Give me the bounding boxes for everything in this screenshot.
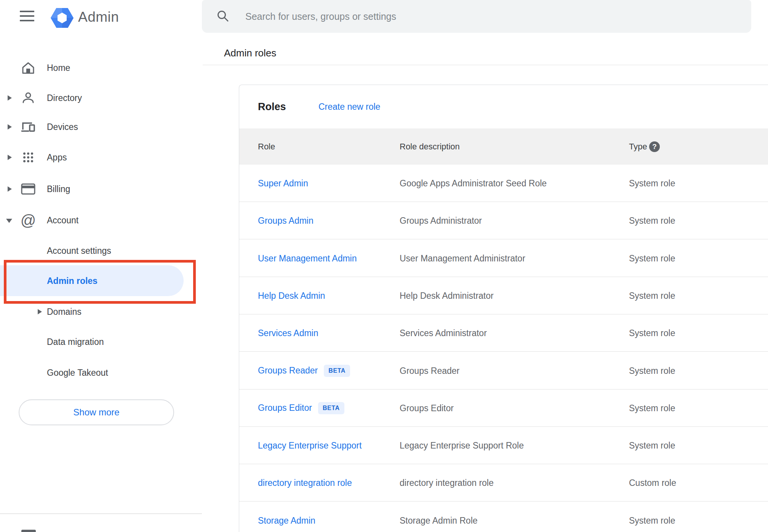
cell-role: Groups ReaderBETA xyxy=(258,365,350,377)
beta-badge: BETA xyxy=(318,402,344,414)
cell-role: User Management Admin xyxy=(258,253,357,263)
cell-role: Groups EditorBETA xyxy=(258,402,344,414)
cell-role-type: System role xyxy=(629,440,675,450)
search-icon xyxy=(216,10,229,22)
sidebar-item-label: Devices xyxy=(47,122,78,132)
cell-role-type: System role xyxy=(629,365,675,376)
role-link[interactable]: Help Desk Admin xyxy=(258,290,325,301)
apps-icon xyxy=(21,150,36,165)
role-link[interactable]: Groups Reader xyxy=(258,365,318,376)
search-input[interactable] xyxy=(245,0,718,33)
cell-role-description: Groups Editor xyxy=(400,403,454,413)
role-link[interactable]: User Management Admin xyxy=(258,253,357,263)
create-new-role-link[interactable]: Create new role xyxy=(318,102,380,112)
at-icon: @ xyxy=(21,213,36,228)
cell-role-type: Custom role xyxy=(629,478,676,488)
cell-role-type: System role xyxy=(629,328,675,338)
table-row: Legacy Enterprise SupportLegacy Enterpri… xyxy=(239,427,768,464)
sidebar-item-label: Directory xyxy=(47,93,82,103)
sidebar-subitem-google-takeout[interactable]: Google Takeout xyxy=(0,361,190,385)
cell-role-description: Services Administrator xyxy=(400,328,487,338)
cell-role: Super Admin xyxy=(258,178,308,188)
content-divider xyxy=(203,65,768,65)
admin-logo-icon xyxy=(51,7,74,29)
cell-role: Storage Admin xyxy=(258,515,315,526)
roles-card: Roles Create new role Role Role descript… xyxy=(239,85,768,532)
page-title: Admin roles xyxy=(224,47,276,59)
table-row: Groups ReaderBETAGroups ReaderSystem rol… xyxy=(239,352,768,389)
chevron-right-icon[interactable] xyxy=(8,155,12,160)
cell-role: Legacy Enterprise Support xyxy=(258,440,362,450)
cell-role-type: System role xyxy=(629,403,675,413)
sidebar-subitem-data-migration[interactable]: Data migration xyxy=(0,330,190,354)
sidebar-subitem-label: Google Takeout xyxy=(47,368,108,378)
table-row: Super AdminGoogle Apps Administrator See… xyxy=(239,165,768,202)
table-row: Groups EditorBETAGroups EditorSystem rol… xyxy=(239,389,768,427)
sidebar-item-label: Billing xyxy=(47,184,70,194)
sidebar-subitem-label: Admin roles xyxy=(47,276,98,286)
table-row: Storage AdminStorage Admin RoleSystem ro… xyxy=(239,502,768,532)
cell-role-description: Storage Admin Role xyxy=(400,515,478,526)
sidebar-item-home[interactable]: Home xyxy=(0,56,190,80)
sidebar-subitem-label: Domains xyxy=(47,307,82,317)
role-link[interactable]: Super Admin xyxy=(258,178,308,188)
chevron-right-icon[interactable] xyxy=(8,95,12,101)
cell-role-type: System role xyxy=(629,253,675,263)
cell-role-type: System role xyxy=(629,290,675,301)
table-row: User Management AdminUser Management Adm… xyxy=(239,240,768,277)
sidebar-subitem-label: Account settings xyxy=(47,246,111,256)
sidebar-item-label: Home xyxy=(47,63,70,73)
sidebar-item-devices[interactable]: Devices xyxy=(0,115,190,139)
cell-role-description: Google Apps Administrator Seed Role xyxy=(400,178,547,188)
cell-role: Help Desk Admin xyxy=(258,290,325,301)
sidebar-item-label: Account xyxy=(47,215,78,226)
building-icon-partial xyxy=(21,530,36,532)
card-icon xyxy=(21,181,36,197)
sidebar-item-label: Apps xyxy=(47,152,67,163)
cell-role-description: Help Desk Administrator xyxy=(400,290,494,301)
cell-role: Groups Admin xyxy=(258,215,314,226)
sidebar-item-directory[interactable]: Directory xyxy=(0,86,190,110)
cell-role-description: Groups Reader xyxy=(400,365,459,376)
table-row: directory integration roledirectory inte… xyxy=(239,464,768,502)
cell-role-description: Groups Administrator xyxy=(400,215,482,226)
sidebar-item-apps[interactable]: Apps xyxy=(0,146,190,169)
table-row: Groups AdminGroups AdministratorSystem r… xyxy=(239,202,768,239)
chevron-right-icon[interactable] xyxy=(8,186,12,192)
role-link[interactable]: Groups Editor xyxy=(258,403,312,413)
roles-card-title: Roles xyxy=(258,101,286,113)
cell-role-type: System role xyxy=(629,515,675,526)
cell-role-description: directory integration role xyxy=(400,478,494,488)
admin-console-screen: Admin HomeDirectoryDevicesAppsBilling@Ac… xyxy=(0,0,768,532)
sidebar-subitem-account-settings[interactable]: Account settings xyxy=(0,239,190,263)
app-title: Admin xyxy=(78,9,119,25)
sidebar-subitem-admin-roles[interactable]: Admin roles xyxy=(0,265,184,296)
cell-role: Services Admin xyxy=(258,328,318,338)
sidebar-subitem-domains[interactable]: Domains xyxy=(0,300,190,324)
role-link[interactable]: directory integration role xyxy=(258,478,352,488)
help-icon[interactable]: ? xyxy=(649,141,660,152)
table-row: Help Desk AdminHelp Desk AdministratorSy… xyxy=(239,277,768,314)
search-bar[interactable] xyxy=(202,0,751,33)
role-link[interactable]: Storage Admin xyxy=(258,515,315,526)
cell-role-description: Legacy Enterprise Support Role xyxy=(400,440,524,450)
sidebar-divider xyxy=(0,513,202,514)
sidebar-item-billing[interactable]: Billing xyxy=(0,177,190,201)
chevron-right-icon[interactable] xyxy=(38,309,42,314)
hamburger-menu-icon[interactable] xyxy=(18,7,37,25)
cell-role-type: System role xyxy=(629,215,675,226)
cell-role: directory integration role xyxy=(258,478,352,488)
table-row: Services AdminServices AdministratorSyst… xyxy=(239,314,768,352)
beta-badge: BETA xyxy=(324,365,350,377)
chevron-down-icon[interactable] xyxy=(6,219,12,223)
role-link[interactable]: Services Admin xyxy=(258,328,318,338)
column-header-description: Role description xyxy=(400,142,460,152)
sidebar-subitem-label: Data migration xyxy=(47,337,104,347)
role-link[interactable]: Legacy Enterprise Support xyxy=(258,440,362,450)
sidebar-item-account[interactable]: @Account xyxy=(0,208,190,232)
show-more-button[interactable]: Show more xyxy=(19,399,174,425)
role-link[interactable]: Groups Admin xyxy=(258,215,314,226)
cell-role-description: User Management Administrator xyxy=(400,253,525,263)
chevron-right-icon[interactable] xyxy=(8,124,12,130)
cell-role-type: System role xyxy=(629,178,675,188)
